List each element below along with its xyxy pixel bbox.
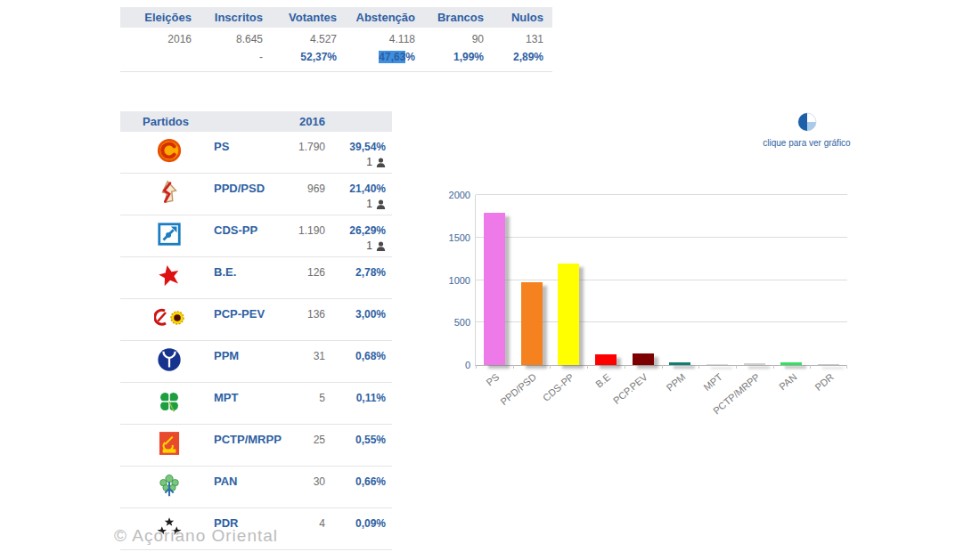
col-header-inscritos: Inscritos xyxy=(192,11,263,24)
watermark-text: © Açoriano Oriental xyxy=(114,526,278,546)
party-seats: 1 xyxy=(366,239,386,252)
party-votes: 30 xyxy=(314,475,325,488)
party-row-ps: PS 1.790 39,54% 1 xyxy=(120,132,392,174)
col-header-eleicoes: Eleições xyxy=(120,11,192,24)
party-name-link[interactable]: MPT xyxy=(214,391,238,404)
x-axis-tick xyxy=(698,365,699,369)
bar-pctp-mrpp[interactable] xyxy=(744,363,765,365)
col-header-year: 2016 xyxy=(299,115,325,128)
x-axis-tick-label: PCP.PEV xyxy=(611,371,649,406)
party-percent: 0,68% xyxy=(355,350,386,362)
x-axis-tick-label: PAN xyxy=(777,371,798,392)
party-name-link[interactable]: PS xyxy=(214,140,229,153)
x-axis-tick-label: PDR xyxy=(813,371,836,393)
bar-pdr[interactable] xyxy=(818,364,839,365)
party-percent: 0,55% xyxy=(355,434,386,446)
value-eleicoes: 2016 xyxy=(120,33,192,45)
gridline xyxy=(476,237,847,238)
col-header-nulos: Nulos xyxy=(484,11,543,24)
pctp-mrpp-logo-icon xyxy=(154,428,184,459)
party-percent: 2,78% xyxy=(355,266,386,279)
gridline xyxy=(476,194,847,195)
party-percent: 3,00% xyxy=(355,308,386,321)
x-axis-tick xyxy=(846,365,847,369)
value-inscritos: 8.645 xyxy=(192,33,263,45)
party-row-pcp-pev: PCP-PEV 136 3,00% xyxy=(120,299,392,341)
party-row-mpt: MPT 5 0,11% xyxy=(120,383,392,425)
x-axis-tick xyxy=(476,365,477,369)
party-percent: 21,40% xyxy=(349,183,386,195)
party-percent: 0,66% xyxy=(355,475,386,488)
party-name-link[interactable]: PCP-PEV xyxy=(214,307,265,321)
x-axis-tick xyxy=(662,365,663,369)
summary-table: Eleições Inscritos Votantes Abstenção Br… xyxy=(120,7,552,72)
ps-logo-icon xyxy=(154,135,184,166)
party-votes: 4 xyxy=(319,517,325,530)
be-logo-icon xyxy=(154,261,184,291)
y-axis-tick-label: 1000 xyxy=(437,275,470,286)
pct-abstencao: 47,63% xyxy=(337,51,415,63)
pie-chart-icon[interactable] xyxy=(797,112,817,132)
party-name-link[interactable]: PPM xyxy=(214,349,239,362)
bar-ppd-psd[interactable] xyxy=(521,282,543,365)
col-header-abstencao: Abstenção xyxy=(337,11,415,24)
party-votes: 136 xyxy=(307,308,325,321)
summary-values-row: 2016 8.645 4.527 4.118 90 131 xyxy=(120,33,552,45)
pcp-pev-logo-icon xyxy=(154,303,184,333)
party-percent: 0,09% xyxy=(355,517,386,530)
pct-nulos: 2,89% xyxy=(484,51,543,63)
bar-cds-pp[interactable] xyxy=(558,264,579,365)
bar-b-e[interactable] xyxy=(595,354,617,365)
bar-pan[interactable] xyxy=(780,362,802,365)
party-row-pan: PAN 30 0,66% xyxy=(120,467,392,508)
cds-pp-logo-icon xyxy=(154,219,184,249)
party-name-link[interactable]: PCTP/MRPP xyxy=(214,433,282,446)
mpt-logo-icon xyxy=(154,386,184,417)
party-row-pctp-mrpp: PCTP/MRPP 25 0,55% xyxy=(120,425,392,467)
party-votes: 969 xyxy=(307,183,325,195)
x-axis-tick-label: PPD/PSD xyxy=(499,371,539,407)
party-seats: 1 xyxy=(366,156,386,168)
party-name-link[interactable]: PAN xyxy=(214,475,237,488)
ppd-psd-logo-icon xyxy=(154,177,184,207)
party-votes: 1.190 xyxy=(298,224,325,237)
value-brancos: 90 xyxy=(415,33,484,45)
x-axis-tick xyxy=(625,365,625,369)
value-nulos: 131 xyxy=(484,33,543,45)
y-axis-tick-label: 2000 xyxy=(437,190,470,200)
party-results-table: Partidos 2016 PS 1.790 39,54% 1 PPD/PSD … xyxy=(120,111,392,550)
party-votes: 1.790 xyxy=(298,141,325,153)
bar-ps[interactable] xyxy=(484,213,505,365)
bar-ppm[interactable] xyxy=(669,362,690,365)
x-axis-tick-label: PS xyxy=(485,371,502,388)
x-axis-tick xyxy=(736,365,737,369)
show-pie-chart-button[interactable]: clique para ver gráfico xyxy=(751,112,862,148)
pan-logo-icon xyxy=(154,470,184,500)
party-row-ppd-psd: PPD/PSD 969 21,40% 1 xyxy=(120,174,392,215)
pct-eleicoes-empty xyxy=(120,51,192,63)
selected-text: 47,63 xyxy=(379,51,405,63)
party-name-link[interactable]: PPD/PSD xyxy=(214,182,265,195)
x-axis-tick-label: B.E xyxy=(593,371,612,390)
x-axis-tick-label: MPT xyxy=(701,371,724,393)
person-icon xyxy=(376,199,386,209)
summary-percents-row: - 52,37% 47,63% 1,99% 2,89% xyxy=(120,51,552,72)
pct-brancos: 1,99% xyxy=(415,51,484,63)
bar-chart-plot: 0500100015002000PSPPD/PSDCDS-PPB.EPCP.PE… xyxy=(475,195,847,366)
ppm-logo-icon xyxy=(154,345,184,375)
bar-pcp-pev[interactable] xyxy=(633,353,654,365)
party-percent: 26,29% xyxy=(349,224,386,237)
bar-mpt[interactable] xyxy=(706,364,728,365)
party-percent: 39,54% xyxy=(349,141,386,153)
person-icon xyxy=(376,158,386,167)
party-seats: 1 xyxy=(366,198,386,210)
party-name-link[interactable]: CDS-PP xyxy=(214,223,257,237)
pie-chart-caption[interactable]: clique para ver gráfico xyxy=(751,138,862,148)
party-votes: 31 xyxy=(314,350,325,362)
party-row-be: B.E. 126 2,78% xyxy=(120,257,392,299)
value-abstencao: 4.118 xyxy=(337,33,415,45)
party-name-link[interactable]: B.E. xyxy=(214,265,236,279)
y-axis-tick-label: 0 xyxy=(437,360,470,370)
gridline xyxy=(476,280,847,280)
party-row-ppm: PPM 31 0,68% xyxy=(120,341,392,383)
